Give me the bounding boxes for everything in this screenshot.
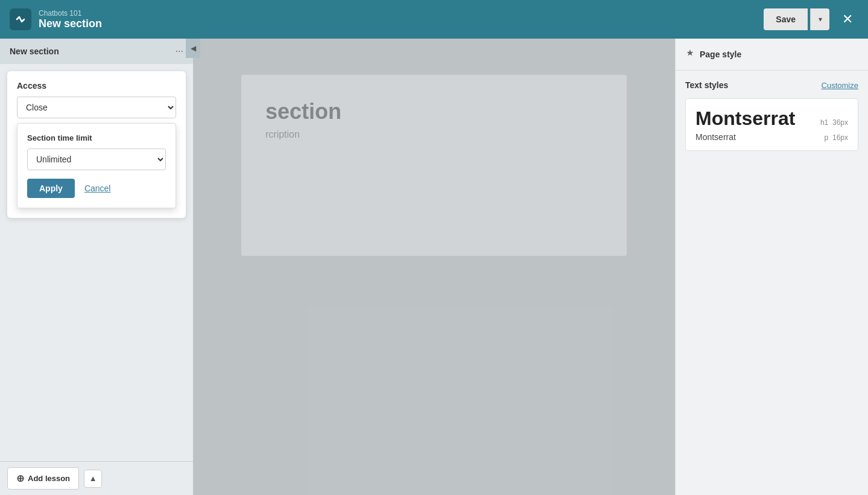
access-select[interactable]: Close Open Paid: [17, 97, 176, 118]
text-styles-section: Text styles Customize Montserrat h1 36px…: [676, 71, 868, 161]
add-circle-icon: ⊕: [16, 473, 24, 484]
logo-icon: [10, 8, 31, 30]
time-limit-label: Section time limit: [27, 133, 166, 142]
font-h1-row: Montserrat h1 36px: [695, 107, 848, 130]
sidebar-menu-button[interactable]: ···: [176, 46, 183, 57]
font-preview: Montserrat h1 36px Montserrat p 16px: [685, 98, 858, 151]
header: Chatbots 101 New section Save ▾ ✕: [0, 0, 868, 39]
sidebar-header: New section ···: [0, 39, 193, 64]
header-left: Chatbots 101 New section: [10, 8, 102, 30]
header-title-group: Chatbots 101 New section: [39, 9, 102, 30]
collapse-icon: ◀: [191, 44, 196, 53]
page-style-header: Page style: [676, 39, 868, 71]
expand-icon: ▲: [89, 474, 97, 483]
page-style-icon: [685, 48, 695, 60]
font-p-row: Montserrat p 16px: [695, 132, 848, 142]
save-button[interactable]: Save: [764, 8, 808, 30]
sidebar-section-title: New section: [10, 46, 59, 56]
header-title: New section: [39, 18, 102, 30]
font-p-meta: p 16px: [825, 133, 848, 142]
apply-button[interactable]: Apply: [27, 179, 75, 198]
expand-button[interactable]: ▲: [84, 470, 102, 488]
add-lesson-label: Add lesson: [28, 474, 70, 483]
access-panel: Access Close Open Paid Section time limi…: [7, 71, 186, 218]
chevron-down-icon: ▾: [819, 15, 822, 24]
time-limit-popup: Section time limit Unlimited 1 hour 2 ho…: [17, 123, 176, 208]
sidebar-bottom: ⊕ Add lesson ▲: [0, 461, 193, 495]
right-panel: Page style Text styles Customize Montser…: [675, 39, 868, 495]
main-overlay: [193, 39, 675, 495]
font-h1-meta: h1 36px: [820, 118, 848, 127]
font-p-name: Montserrat: [695, 132, 736, 142]
customize-link[interactable]: Customize: [822, 81, 858, 90]
add-lesson-button[interactable]: ⊕ Add lesson: [7, 467, 79, 490]
font-h1-name: Montserrat: [695, 107, 795, 130]
cancel-button[interactable]: Cancel: [84, 184, 111, 193]
sidebar-collapse-button[interactable]: ◀: [186, 39, 200, 58]
close-button[interactable]: ✕: [837, 8, 858, 30]
text-styles-label: Text styles: [685, 80, 728, 90]
header-subtitle: Chatbots 101: [39, 9, 102, 18]
header-right: Save ▾ ✕: [764, 8, 858, 30]
popup-actions: Apply Cancel: [27, 179, 166, 198]
text-styles-header: Text styles Customize: [685, 80, 858, 90]
access-label: Access: [17, 81, 176, 91]
sidebar: New section ··· Access Close Open Paid S…: [0, 39, 193, 495]
page-style-title: Page style: [700, 50, 741, 59]
save-dropdown-button[interactable]: ▾: [810, 8, 829, 30]
time-limit-select[interactable]: Unlimited 1 hour 2 hours 1 day 1 week: [27, 148, 166, 170]
